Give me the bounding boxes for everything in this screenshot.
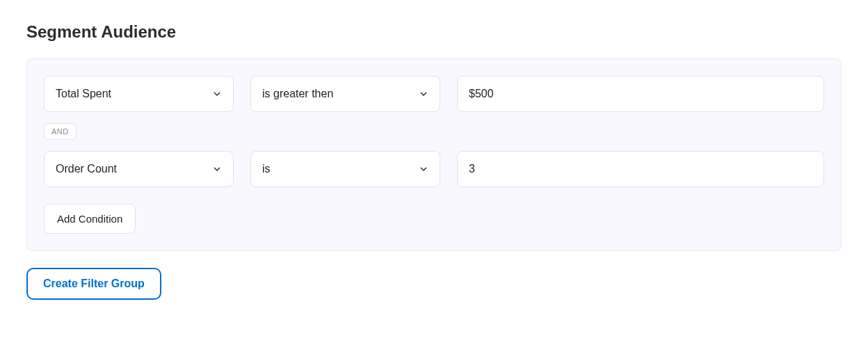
operator-select-value: is <box>262 163 271 175</box>
operator-select[interactable]: is greater then <box>250 76 440 112</box>
chevron-down-icon <box>211 163 223 175</box>
value-input[interactable]: $500 <box>457 76 824 112</box>
field-select[interactable]: Order Count <box>44 151 234 187</box>
operator-select-value: is greater then <box>262 88 333 100</box>
value-input[interactable]: 3 <box>457 151 824 187</box>
create-filter-group-button[interactable]: Create Filter Group <box>26 268 161 300</box>
field-select-value: Order Count <box>56 163 117 175</box>
filter-group: Total Spent is greater then $500 AND O <box>26 58 842 251</box>
field-select[interactable]: Total Spent <box>44 76 234 112</box>
chevron-down-icon <box>211 88 223 100</box>
add-condition-button[interactable]: Add Condition <box>44 204 136 234</box>
value-input-text: $500 <box>469 88 494 100</box>
value-input-text: 3 <box>469 163 475 175</box>
chevron-down-icon <box>417 88 430 100</box>
operator-select[interactable]: is <box>250 151 440 187</box>
condition-row: Total Spent is greater then $500 <box>44 76 824 112</box>
chevron-down-icon <box>417 163 430 175</box>
logic-row: AND <box>44 123 824 140</box>
logic-badge: AND <box>44 123 77 140</box>
condition-row: Order Count is 3 <box>44 151 824 187</box>
segment-audience-card: Segment Audience Total Spent is greater … <box>0 0 868 326</box>
page-title: Segment Audience <box>26 22 842 42</box>
field-select-value: Total Spent <box>56 88 111 100</box>
